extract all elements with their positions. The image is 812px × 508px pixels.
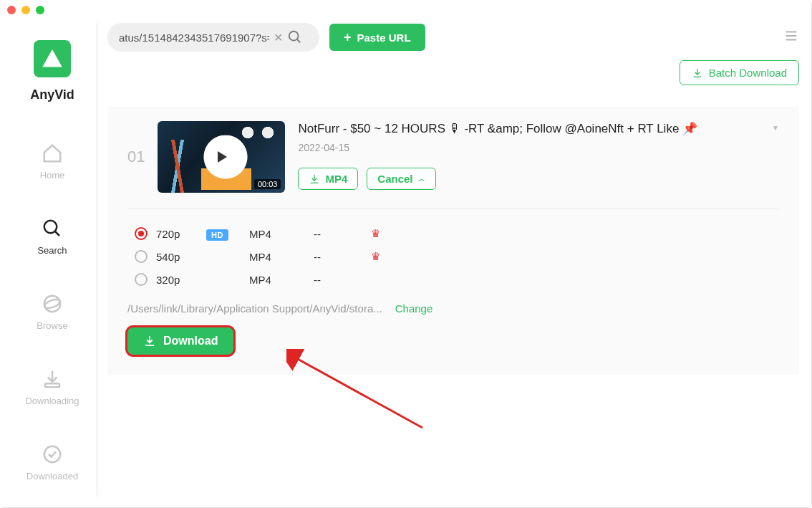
container: MP4 [249, 274, 314, 286]
container: MP4 [249, 251, 314, 263]
download-icon [309, 173, 320, 185]
paste-url-button[interactable]: + Paste URL [329, 24, 425, 51]
batch-download-label: Batch Download [709, 67, 787, 79]
result-card: 01 00:03 NotFurr - $50 ~ 12 HOURS 🎙 -RT … [107, 107, 799, 375]
result-index: 01 [127, 148, 145, 166]
svg-line-4 [55, 231, 59, 236]
format-options: 720p HD MP4 -- ♛ 540p MP4 -- ♛ 320p MP4 … [127, 222, 779, 291]
cancel-label: Cancel [377, 173, 412, 185]
resolution: 540p [156, 251, 206, 263]
play-icon[interactable] [207, 143, 236, 171]
svg-point-8 [44, 446, 61, 463]
main-content: Batch Download 01 00:03 NotFurr - $50 ~ … [107, 60, 799, 375]
sidebar-item-label: Browse [37, 320, 67, 331]
sidebar-item-label: Home [40, 170, 65, 181]
download-icon [143, 335, 156, 348]
premium-crown-icon: ♛ [371, 227, 400, 240]
download-button[interactable]: Download [127, 327, 233, 355]
premium-crown-icon: ♛ [371, 250, 400, 263]
cancel-button[interactable]: Cancel ︿ [367, 168, 435, 190]
svg-point-3 [44, 221, 57, 234]
download-icon [692, 67, 703, 79]
sidebar-item-downloaded[interactable]: Downloaded [26, 444, 78, 481]
filesize: -- [314, 274, 371, 286]
sidebar-item-browse[interactable]: Browse [37, 293, 67, 331]
svg-rect-7 [45, 383, 59, 387]
window-controls [7, 6, 44, 14]
resolution: 720p [156, 228, 206, 240]
sidebar-item-label: Downloaded [26, 471, 78, 481]
chevron-up-icon: ︿ [418, 174, 425, 184]
svg-line-10 [297, 39, 301, 43]
format-row[interactable]: 540p MP4 -- ♛ [127, 245, 779, 268]
filesize: -- [314, 228, 371, 240]
paste-url-label: Paste URL [357, 32, 411, 44]
sidebar-item-search[interactable]: Search [37, 218, 67, 256]
sidebar-item-downloading[interactable]: Downloading [25, 368, 79, 406]
video-title: NotFurr - $50 ~ 12 HOURS 🎙 -RT &amp; Fol… [298, 121, 697, 136]
sidebar-item-home[interactable]: Home [40, 143, 65, 181]
download-label: Download [163, 335, 218, 348]
radio-icon[interactable] [135, 273, 148, 286]
app-logo-icon [34, 40, 71, 77]
search-icon[interactable] [287, 29, 303, 45]
hd-badge: HD [206, 229, 228, 241]
container: MP4 [249, 228, 314, 240]
window-close-icon[interactable] [7, 6, 16, 14]
radio-icon[interactable] [135, 227, 148, 240]
app-name: AnyVid [30, 87, 74, 102]
video-thumbnail[interactable]: 00:03 [158, 121, 285, 193]
change-path-link[interactable]: Change [395, 302, 433, 315]
format-row[interactable]: 720p HD MP4 -- ♛ [127, 222, 779, 245]
save-path: /Users/link/Library/Application Support/… [127, 302, 382, 315]
mp4-label: MP4 [325, 173, 347, 185]
svg-point-9 [289, 32, 299, 41]
batch-download-button[interactable]: Batch Download [680, 60, 799, 85]
sidebar-item-label: Downloading [25, 396, 79, 406]
top-bar: ✕ + Paste URL [107, 21, 799, 53]
filesize: -- [314, 251, 371, 263]
mp4-download-button[interactable]: MP4 [298, 168, 358, 190]
url-field-wrap: ✕ [107, 23, 319, 52]
resolution: 320p [156, 274, 206, 286]
video-date: 2022-04-15 [298, 142, 779, 153]
url-input[interactable] [119, 32, 269, 44]
sidebar-item-label: Search [37, 245, 67, 256]
window-minimize-icon[interactable] [21, 6, 30, 14]
format-row[interactable]: 320p MP4 -- [127, 268, 779, 291]
clear-url-icon[interactable]: ✕ [274, 31, 283, 44]
video-duration: 00:03 [254, 179, 281, 189]
sidebar: AnyVid Home Search Browse Downloading Do… [9, 20, 96, 499]
collapse-caret-icon[interactable]: ▼ [772, 121, 779, 132]
window-maximize-icon[interactable] [36, 6, 44, 14]
hamburger-menu-button[interactable] [783, 28, 799, 47]
sidebar-nav: Home Search Browse Downloading Downloade… [25, 143, 79, 481]
radio-icon[interactable] [135, 250, 148, 263]
